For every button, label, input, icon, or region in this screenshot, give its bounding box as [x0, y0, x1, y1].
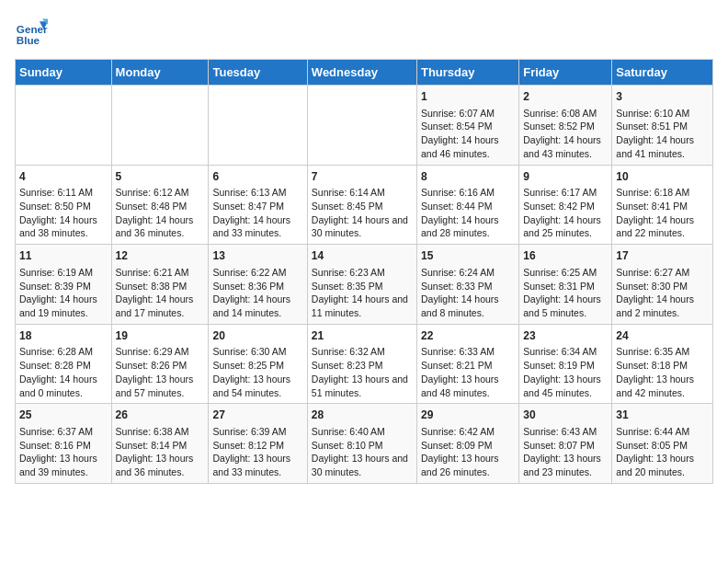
calendar-cell: 2Sunrise: 6:08 AMSunset: 8:52 PMDaylight…: [519, 86, 612, 166]
day-number: 1: [421, 89, 515, 105]
day-number: 24: [616, 328, 709, 344]
day-number: 26: [116, 408, 205, 423]
day-info: Sunset: 8:48 PM: [116, 200, 205, 213]
calendar-cell: 31Sunrise: 6:44 AMSunset: 8:05 PMDayligh…: [612, 404, 713, 484]
day-info: Daylight: 14 hours and 19 minutes.: [19, 293, 108, 319]
day-number: 21: [312, 328, 413, 344]
day-info: Sunset: 8:38 PM: [116, 280, 205, 293]
calendar-cell: 22Sunrise: 6:33 AMSunset: 8:21 PMDayligh…: [416, 324, 518, 404]
day-info: Sunrise: 6:13 AM: [212, 186, 302, 200]
day-info: Sunrise: 6:23 AM: [312, 266, 413, 280]
weekday-header-tuesday: Tuesday: [209, 60, 307, 86]
calendar-cell: 8Sunrise: 6:16 AMSunset: 8:44 PMDaylight…: [416, 165, 518, 245]
day-info: Sunrise: 6:11 AM: [19, 186, 108, 200]
day-number: 31: [616, 408, 709, 423]
day-info: Sunset: 8:14 PM: [116, 439, 205, 453]
day-info: Sunset: 8:33 PM: [421, 280, 515, 293]
day-info: Sunset: 8:36 PM: [212, 280, 302, 293]
day-number: 15: [421, 248, 515, 264]
svg-text:Blue: Blue: [17, 34, 40, 46]
day-info: Daylight: 14 hours and 0 minutes.: [19, 373, 108, 399]
day-info: Daylight: 14 hours and 17 minutes.: [116, 293, 205, 319]
day-info: Daylight: 14 hours and 30 minutes.: [312, 213, 413, 240]
day-info: Sunrise: 6:16 AM: [421, 186, 515, 200]
day-info: Sunset: 8:47 PM: [212, 200, 302, 213]
day-number: 4: [19, 169, 108, 185]
day-info: Daylight: 13 hours and 57 minutes.: [116, 373, 205, 399]
day-info: Daylight: 13 hours and 33 minutes.: [212, 452, 302, 478]
weekday-header-monday: Monday: [111, 60, 209, 86]
day-info: Daylight: 14 hours and 2 minutes.: [616, 293, 709, 319]
day-info: Daylight: 14 hours and 28 minutes.: [421, 213, 515, 240]
day-info: Daylight: 13 hours and 42 minutes.: [616, 373, 709, 399]
day-info: Sunrise: 6:29 AM: [116, 345, 205, 359]
calendar-cell: 30Sunrise: 6:43 AMSunset: 8:07 PMDayligh…: [519, 404, 612, 484]
day-info: Sunset: 8:51 PM: [616, 120, 709, 133]
day-info: Sunset: 8:31 PM: [523, 280, 608, 293]
day-number: 18: [19, 328, 108, 344]
day-info: Sunrise: 6:14 AM: [312, 186, 413, 200]
day-info: Sunset: 8:35 PM: [312, 280, 413, 293]
day-info: Sunrise: 6:37 AM: [19, 425, 108, 439]
day-info: Sunrise: 6:19 AM: [19, 266, 108, 280]
day-info: Daylight: 13 hours and 51 minutes.: [312, 373, 413, 399]
day-info: Sunrise: 6:28 AM: [19, 345, 108, 359]
calendar-cell: 16Sunrise: 6:25 AMSunset: 8:31 PMDayligh…: [519, 245, 612, 325]
calendar-cell: [209, 86, 307, 166]
logo-icon: General Blue: [15, 15, 48, 48]
day-number: 9: [523, 169, 608, 185]
calendar-cell: 18Sunrise: 6:28 AMSunset: 8:28 PMDayligh…: [16, 324, 112, 404]
day-info: Sunset: 8:50 PM: [19, 200, 108, 213]
day-info: Sunset: 8:30 PM: [616, 280, 709, 293]
day-info: Sunset: 8:42 PM: [523, 200, 608, 213]
day-info: Sunset: 8:19 PM: [523, 359, 608, 373]
day-info: Sunrise: 6:35 AM: [616, 345, 709, 359]
day-info: Sunset: 8:05 PM: [616, 439, 709, 453]
day-info: Sunrise: 6:24 AM: [421, 266, 515, 280]
day-info: Sunset: 8:23 PM: [312, 359, 413, 373]
calendar-cell: 6Sunrise: 6:13 AMSunset: 8:47 PMDaylight…: [209, 165, 307, 245]
day-info: Daylight: 14 hours and 14 minutes.: [212, 293, 302, 319]
day-number: 25: [19, 408, 108, 423]
day-number: 16: [523, 248, 608, 264]
day-info: Daylight: 13 hours and 36 minutes.: [116, 452, 205, 478]
day-number: 28: [312, 408, 413, 423]
day-info: Sunset: 8:44 PM: [421, 200, 515, 213]
day-info: Daylight: 13 hours and 54 minutes.: [212, 373, 302, 399]
day-info: Daylight: 14 hours and 11 minutes.: [312, 293, 413, 319]
day-info: Sunrise: 6:22 AM: [212, 266, 302, 280]
day-info: Daylight: 14 hours and 5 minutes.: [523, 293, 608, 319]
day-info: Sunrise: 6:07 AM: [421, 107, 515, 121]
logo: General Blue: [15, 15, 51, 48]
day-info: Daylight: 14 hours and 41 minutes.: [616, 133, 709, 160]
header: General Blue: [15, 15, 713, 48]
calendar-cell: 29Sunrise: 6:42 AMSunset: 8:09 PMDayligh…: [416, 404, 518, 484]
day-number: 6: [212, 169, 302, 185]
day-info: Sunrise: 6:44 AM: [616, 425, 709, 439]
day-number: 7: [312, 169, 413, 185]
day-info: Daylight: 14 hours and 46 minutes.: [421, 133, 515, 160]
day-number: 14: [312, 248, 413, 264]
day-info: Daylight: 14 hours and 22 minutes.: [616, 213, 709, 240]
calendar-cell: 19Sunrise: 6:29 AMSunset: 8:26 PMDayligh…: [111, 324, 209, 404]
calendar-cell: 25Sunrise: 6:37 AMSunset: 8:16 PMDayligh…: [16, 404, 112, 484]
day-number: 11: [19, 248, 108, 264]
day-info: Sunrise: 6:17 AM: [523, 186, 608, 200]
day-info: Sunrise: 6:42 AM: [421, 425, 515, 439]
weekday-header-saturday: Saturday: [612, 60, 713, 86]
day-number: 23: [523, 328, 608, 344]
calendar-cell: 4Sunrise: 6:11 AMSunset: 8:50 PMDaylight…: [16, 165, 112, 245]
calendar-cell: 20Sunrise: 6:30 AMSunset: 8:25 PMDayligh…: [209, 324, 307, 404]
day-info: Sunrise: 6:32 AM: [312, 345, 413, 359]
calendar-cell: [111, 86, 209, 166]
calendar-cell: 13Sunrise: 6:22 AMSunset: 8:36 PMDayligh…: [209, 245, 307, 325]
calendar-cell: 24Sunrise: 6:35 AMSunset: 8:18 PMDayligh…: [612, 324, 713, 404]
weekday-header-friday: Friday: [519, 60, 612, 86]
day-number: 12: [116, 248, 205, 264]
day-info: Daylight: 13 hours and 30 minutes.: [312, 452, 413, 478]
day-info: Sunrise: 6:10 AM: [616, 107, 709, 121]
calendar-cell: 26Sunrise: 6:38 AMSunset: 8:14 PMDayligh…: [111, 404, 209, 484]
calendar-cell: 9Sunrise: 6:17 AMSunset: 8:42 PMDaylight…: [519, 165, 612, 245]
day-number: 10: [616, 169, 709, 185]
day-number: 20: [212, 328, 302, 344]
